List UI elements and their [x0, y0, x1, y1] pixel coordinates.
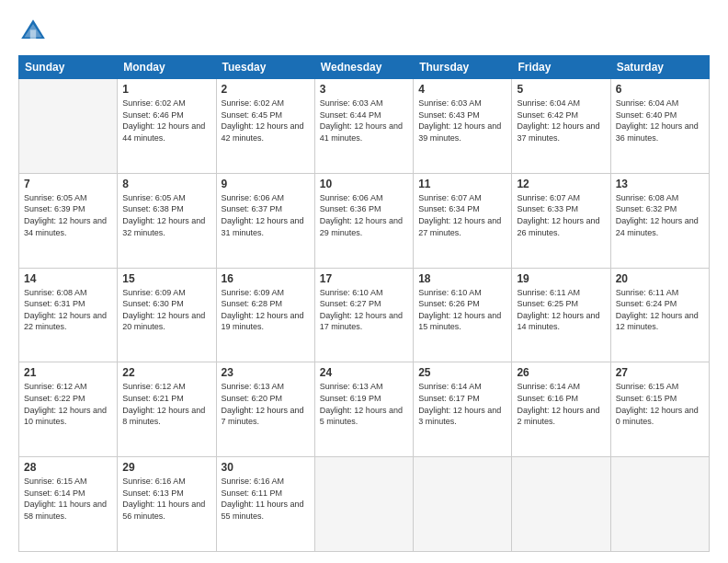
day-info: Sunrise: 6:09 AMSunset: 6:28 PMDaylight:… [222, 288, 304, 332]
calendar-cell: 11 Sunrise: 6:07 AMSunset: 6:34 PMDaylig… [414, 173, 512, 268]
page: SundayMondayTuesdayWednesdayThursdayFrid… [0, 0, 728, 563]
day-number: 29 [122, 461, 210, 474]
calendar-cell: 6 Sunrise: 6:04 AMSunset: 6:40 PMDayligh… [610, 79, 709, 174]
day-info: Sunrise: 6:14 AMSunset: 6:16 PMDaylight:… [517, 382, 599, 426]
weekday-header-friday: Friday [512, 56, 610, 79]
calendar-cell: 10 Sunrise: 6:06 AMSunset: 6:36 PMDaylig… [314, 173, 413, 268]
calendar-cell [19, 79, 118, 174]
day-number: 16 [222, 272, 310, 285]
day-number: 12 [517, 178, 605, 190]
calendar-cell: 29 Sunrise: 6:16 AMSunset: 6:13 PMDaylig… [118, 457, 216, 552]
calendar-cell: 8 Sunrise: 6:05 AMSunset: 6:38 PMDayligh… [118, 173, 216, 268]
calendar-cell: 4 Sunrise: 6:03 AMSunset: 6:43 PMDayligh… [414, 79, 512, 174]
day-info: Sunrise: 6:04 AMSunset: 6:42 PMDaylight:… [517, 98, 599, 143]
day-number: 19 [517, 272, 605, 285]
day-number: 21 [24, 366, 112, 379]
calendar-cell: 26 Sunrise: 6:14 AMSunset: 6:16 PMDaylig… [512, 362, 610, 457]
logo-icon [18, 17, 48, 46]
day-info: Sunrise: 6:06 AMSunset: 6:37 PMDaylight:… [222, 193, 304, 237]
day-info: Sunrise: 6:11 AMSunset: 6:24 PMDaylight:… [616, 288, 699, 332]
day-number: 8 [122, 178, 210, 190]
calendar-week-3: 14 Sunrise: 6:08 AMSunset: 6:31 PMDaylig… [19, 268, 710, 362]
day-number: 14 [24, 272, 112, 285]
day-info: Sunrise: 6:07 AMSunset: 6:33 PMDaylight:… [517, 193, 599, 237]
day-info: Sunrise: 6:04 AMSunset: 6:40 PMDaylight:… [616, 98, 699, 143]
day-number: 13 [616, 178, 704, 190]
day-number: 3 [320, 83, 408, 96]
weekday-header-tuesday: Tuesday [216, 56, 314, 79]
day-number: 18 [418, 272, 506, 285]
calendar-cell: 1 Sunrise: 6:02 AMSunset: 6:46 PMDayligh… [118, 79, 216, 174]
day-info: Sunrise: 6:12 AMSunset: 6:21 PMDaylight:… [122, 382, 205, 426]
day-number: 4 [418, 83, 506, 96]
calendar-cell: 13 Sunrise: 6:08 AMSunset: 6:32 PMDaylig… [610, 173, 709, 268]
calendar-cell [512, 457, 610, 552]
calendar-header: SundayMondayTuesdayWednesdayThursdayFrid… [19, 56, 710, 79]
calendar-week-5: 28 Sunrise: 6:15 AMSunset: 6:14 PMDaylig… [19, 457, 710, 552]
day-number: 28 [24, 461, 112, 474]
calendar-cell: 16 Sunrise: 6:09 AMSunset: 6:28 PMDaylig… [216, 268, 314, 362]
day-number: 10 [320, 178, 408, 190]
day-number: 22 [122, 366, 210, 379]
weekday-header-thursday: Thursday [414, 56, 512, 79]
day-info: Sunrise: 6:03 AMSunset: 6:43 PMDaylight:… [418, 98, 501, 143]
calendar-week-4: 21 Sunrise: 6:12 AMSunset: 6:22 PMDaylig… [19, 362, 710, 457]
day-info: Sunrise: 6:08 AMSunset: 6:32 PMDaylight:… [616, 193, 699, 237]
day-info: Sunrise: 6:13 AMSunset: 6:19 PMDaylight:… [320, 382, 403, 426]
day-info: Sunrise: 6:10 AMSunset: 6:26 PMDaylight:… [418, 288, 501, 332]
weekday-header-saturday: Saturday [610, 56, 709, 79]
day-number: 1 [122, 83, 210, 96]
day-info: Sunrise: 6:06 AMSunset: 6:36 PMDaylight:… [320, 193, 403, 237]
weekday-header-wednesday: Wednesday [314, 56, 413, 79]
calendar-cell: 23 Sunrise: 6:13 AMSunset: 6:20 PMDaylig… [216, 362, 314, 457]
calendar-table: SundayMondayTuesdayWednesdayThursdayFrid… [18, 55, 710, 552]
calendar-cell: 15 Sunrise: 6:09 AMSunset: 6:30 PMDaylig… [118, 268, 216, 362]
day-number: 27 [616, 366, 704, 379]
header [18, 17, 710, 46]
day-info: Sunrise: 6:02 AMSunset: 6:46 PMDaylight:… [122, 98, 205, 143]
calendar-cell: 24 Sunrise: 6:13 AMSunset: 6:19 PMDaylig… [314, 362, 413, 457]
day-number: 9 [222, 178, 310, 190]
day-number: 11 [418, 178, 506, 190]
calendar-cell: 7 Sunrise: 6:05 AMSunset: 6:39 PMDayligh… [19, 173, 118, 268]
day-info: Sunrise: 6:11 AMSunset: 6:25 PMDaylight:… [517, 288, 599, 332]
weekday-header-sunday: Sunday [19, 56, 118, 79]
calendar-cell: 2 Sunrise: 6:02 AMSunset: 6:45 PMDayligh… [216, 79, 314, 174]
day-info: Sunrise: 6:16 AMSunset: 6:11 PMDaylight:… [222, 477, 304, 521]
day-info: Sunrise: 6:16 AMSunset: 6:13 PMDaylight:… [122, 477, 205, 521]
day-info: Sunrise: 6:15 AMSunset: 6:15 PMDaylight:… [616, 382, 699, 426]
day-number: 25 [418, 366, 506, 379]
logo [18, 17, 51, 46]
day-info: Sunrise: 6:08 AMSunset: 6:31 PMDaylight:… [24, 288, 107, 332]
calendar-cell: 12 Sunrise: 6:07 AMSunset: 6:33 PMDaylig… [512, 173, 610, 268]
calendar-cell [314, 457, 413, 552]
day-info: Sunrise: 6:05 AMSunset: 6:39 PMDaylight:… [24, 193, 107, 237]
day-info: Sunrise: 6:03 AMSunset: 6:44 PMDaylight:… [320, 98, 403, 143]
weekday-row: SundayMondayTuesdayWednesdayThursdayFrid… [19, 56, 710, 79]
calendar-cell: 28 Sunrise: 6:15 AMSunset: 6:14 PMDaylig… [19, 457, 118, 552]
calendar-cell: 20 Sunrise: 6:11 AMSunset: 6:24 PMDaylig… [610, 268, 709, 362]
calendar-cell: 9 Sunrise: 6:06 AMSunset: 6:37 PMDayligh… [216, 173, 314, 268]
svg-rect-2 [30, 29, 36, 39]
calendar-week-2: 7 Sunrise: 6:05 AMSunset: 6:39 PMDayligh… [19, 173, 710, 268]
day-info: Sunrise: 6:15 AMSunset: 6:14 PMDaylight:… [24, 477, 107, 521]
calendar-cell: 3 Sunrise: 6:03 AMSunset: 6:44 PMDayligh… [314, 79, 413, 174]
day-info: Sunrise: 6:12 AMSunset: 6:22 PMDaylight:… [24, 382, 107, 426]
calendar-cell: 17 Sunrise: 6:10 AMSunset: 6:27 PMDaylig… [314, 268, 413, 362]
day-number: 6 [616, 83, 704, 96]
day-number: 5 [517, 83, 605, 96]
day-number: 26 [517, 366, 605, 379]
day-number: 2 [222, 83, 310, 96]
day-info: Sunrise: 6:09 AMSunset: 6:30 PMDaylight:… [122, 288, 205, 332]
day-info: Sunrise: 6:07 AMSunset: 6:34 PMDaylight:… [418, 193, 501, 237]
day-info: Sunrise: 6:02 AMSunset: 6:45 PMDaylight:… [222, 98, 304, 143]
calendar-cell: 22 Sunrise: 6:12 AMSunset: 6:21 PMDaylig… [118, 362, 216, 457]
calendar-cell: 5 Sunrise: 6:04 AMSunset: 6:42 PMDayligh… [512, 79, 610, 174]
day-info: Sunrise: 6:13 AMSunset: 6:20 PMDaylight:… [222, 382, 304, 426]
day-number: 17 [320, 272, 408, 285]
calendar-cell: 25 Sunrise: 6:14 AMSunset: 6:17 PMDaylig… [414, 362, 512, 457]
day-info: Sunrise: 6:10 AMSunset: 6:27 PMDaylight:… [320, 288, 403, 332]
calendar-week-1: 1 Sunrise: 6:02 AMSunset: 6:46 PMDayligh… [19, 79, 710, 174]
calendar-cell: 14 Sunrise: 6:08 AMSunset: 6:31 PMDaylig… [19, 268, 118, 362]
calendar-cell: 21 Sunrise: 6:12 AMSunset: 6:22 PMDaylig… [19, 362, 118, 457]
